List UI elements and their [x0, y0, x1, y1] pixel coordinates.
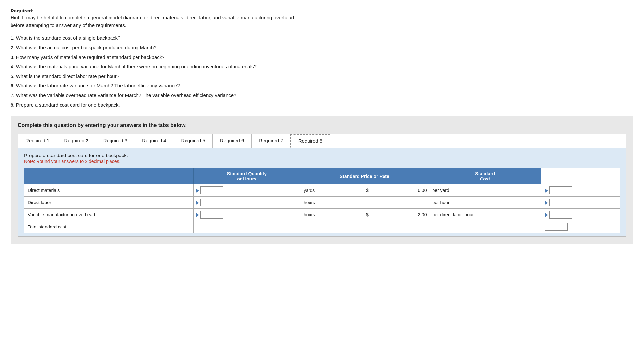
triangle-indicator-dm-qty — [196, 188, 199, 193]
col-header-qty: Standard Quantityor Hours — [193, 168, 300, 184]
triangle-indicator-dl-cost — [545, 201, 548, 205]
col-header-label — [24, 168, 194, 184]
hint-line1: Hint: It may be helpful to complete a ge… — [11, 15, 294, 20]
std-cost-field-total[interactable] — [545, 223, 568, 231]
std-cost-field-direct-materials[interactable] — [549, 186, 572, 194]
label-direct-labor: Direct labor — [24, 197, 194, 209]
table-row-direct-materials: Direct materials yards $ 6.00 per yard — [24, 184, 620, 197]
total-qty-cell — [193, 221, 300, 233]
price-val-direct-materials: 6.00 — [382, 184, 429, 197]
qty-field-direct-labor[interactable] — [200, 199, 223, 206]
tabs-row: Required 1 Required 2 Required 3 Require… — [18, 134, 626, 148]
unit-variable-overhead: hours — [300, 209, 353, 221]
std-cost-input-direct-labor[interactable] — [541, 197, 620, 209]
col-header-price: Standard Price or Rate — [300, 168, 429, 184]
std-cost-field-direct-labor[interactable] — [549, 199, 572, 206]
dollar-direct-labor — [353, 197, 382, 209]
question-1: 1. What is the standard cost of a single… — [11, 34, 633, 42]
question-3: 3. How many yards of material are requir… — [11, 53, 633, 61]
tab-content-area: Prepare a standard cost card for one bac… — [18, 148, 626, 237]
tab-required-5[interactable]: Required 5 — [174, 134, 213, 148]
label-total: Total standard cost — [24, 221, 194, 233]
dollar-variable-overhead: $ — [353, 209, 382, 221]
total-price-val-cell — [382, 221, 429, 233]
label-direct-materials: Direct materials — [24, 184, 194, 197]
unit-direct-labor: hours — [300, 197, 353, 209]
total-unit-cell — [300, 221, 353, 233]
triangle-indicator-dl-qty — [196, 201, 199, 205]
hint-line2: before attempting to answer any of the r… — [11, 22, 126, 28]
std-cost-input-direct-materials[interactable] — [541, 184, 620, 197]
question-8: 8. Prepare a standard cost card for one … — [11, 100, 633, 109]
tab-required-8[interactable]: Required 8 — [290, 134, 330, 148]
tab-required-2[interactable]: Required 2 — [57, 134, 96, 148]
qty-field-direct-materials[interactable] — [200, 186, 223, 194]
question-5: 5. What is the standard direct labor rat… — [11, 72, 633, 81]
tab-required-4[interactable]: Required 4 — [135, 134, 174, 148]
label-variable-overhead: Variable manufacturing overhead — [24, 209, 194, 221]
total-price-desc-cell — [429, 221, 541, 233]
question-4: 4. What was the materials price variance… — [11, 62, 633, 71]
question-6: 6. What was the labor rate variance for … — [11, 81, 633, 90]
table-row-direct-labor: Direct labor hours per hour — [24, 197, 620, 209]
tab-required-1[interactable]: Required 1 — [18, 134, 57, 148]
price-desc-direct-labor: per hour — [429, 197, 541, 209]
tab-required-3[interactable]: Required 3 — [96, 134, 135, 148]
triangle-indicator-dm-cost — [545, 188, 548, 193]
triangle-indicator-vo-cost — [545, 213, 548, 217]
questions-list: 1. What is the standard cost of a single… — [11, 34, 633, 109]
tab-instruction: Prepare a standard cost card for one bac… — [24, 153, 620, 158]
tab-note: Note: Round your answers to 2 decimal pl… — [24, 159, 620, 164]
qty-input-direct-labor[interactable] — [193, 197, 300, 209]
cost-table: Standard Quantityor Hours Standard Price… — [24, 168, 620, 233]
table-row-total: Total standard cost — [24, 221, 620, 233]
dollar-direct-materials: $ — [353, 184, 382, 197]
tab-required-6[interactable]: Required 6 — [212, 134, 252, 148]
complete-box: Complete this question by entering your … — [11, 116, 633, 244]
triangle-indicator-vo-qty — [196, 213, 199, 217]
price-val-direct-labor — [382, 197, 429, 209]
table-row-variable-overhead: Variable manufacturing overhead hours $ … — [24, 209, 620, 221]
tab-required-7[interactable]: Required 7 — [251, 134, 290, 148]
qty-field-variable-overhead[interactable] — [200, 211, 223, 219]
std-cost-total[interactable] — [541, 221, 620, 233]
question-7: 7. What was the variable overhead rate v… — [11, 91, 633, 100]
hint-text: Hint: It may be helpful to complete a ge… — [11, 14, 633, 29]
col-header-std-cost: StandardCost — [429, 168, 541, 184]
question-2: 2. What was the actual cost per backpack… — [11, 43, 633, 52]
qty-input-direct-materials[interactable] — [193, 184, 300, 197]
required-label: Required: — [11, 8, 633, 13]
unit-direct-materials: yards — [300, 184, 353, 197]
qty-input-variable-overhead[interactable] — [193, 209, 300, 221]
std-cost-input-variable-overhead[interactable] — [541, 209, 620, 221]
total-dollar-cell — [353, 221, 382, 233]
price-val-variable-overhead: 2.00 — [382, 209, 429, 221]
price-desc-variable-overhead: per direct labor-hour — [429, 209, 541, 221]
std-cost-field-variable-overhead[interactable] — [549, 211, 572, 219]
complete-box-title: Complete this question by entering your … — [18, 122, 626, 128]
price-desc-direct-materials: per yard — [429, 184, 541, 197]
